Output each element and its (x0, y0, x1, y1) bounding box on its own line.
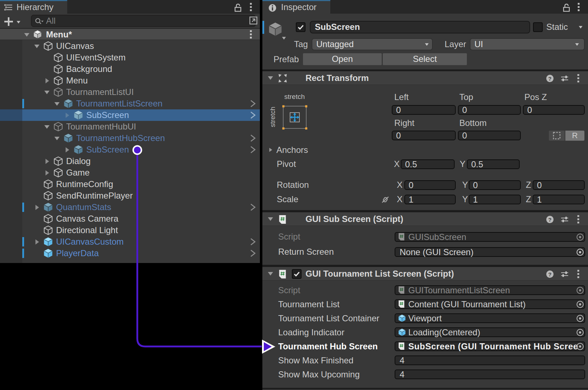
svg-text:?: ? (548, 217, 551, 223)
svg-text:?: ? (548, 271, 551, 277)
svg-text:?: ? (548, 76, 551, 82)
